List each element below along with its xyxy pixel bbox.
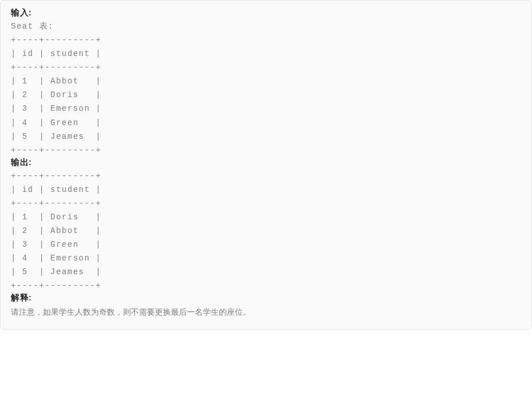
input-label: 输入: [11, 7, 521, 18]
explanation-label: 解释: [11, 292, 521, 303]
output-table: +----+---------+ | id | student | +----+… [11, 169, 521, 293]
explanation-text: 请注意，如果学生人数为奇数，则不需要更换最后一名学生的座位。 [11, 305, 521, 319]
example-container: 输入: Seat 表: +----+---------+ | id | stud… [0, 0, 532, 330]
output-label: 输出: [11, 157, 521, 168]
input-table: Seat 表: +----+---------+ | id | student … [11, 19, 521, 157]
